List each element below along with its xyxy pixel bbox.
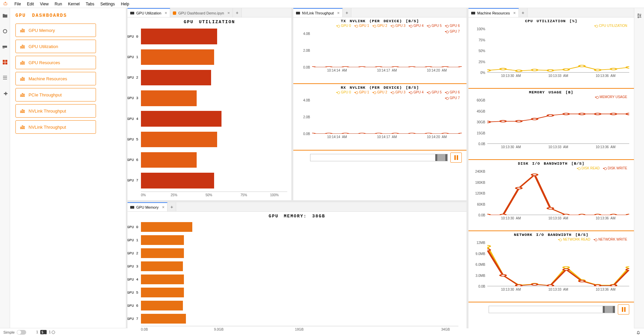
tab-demo-notebook[interactable]: GPU Dashboard Demo.ipyn× [170,8,233,17]
toc-icon[interactable] [2,75,8,81]
tab-nvlink-throughput[interactable]: NVLink Throughput× [293,8,343,17]
scrubber-track[interactable] [489,306,615,313]
extensions-icon[interactable] [2,90,8,96]
close-icon[interactable]: × [228,10,230,15]
y-tick: 3.0MB [468,274,485,278]
dashboard-open-gpu-memory-0[interactable]: GPU Memory [15,24,96,37]
property-inspector-icon[interactable] [636,13,642,19]
legend-item: GPU 1 [354,90,369,94]
menu-run[interactable]: Run [52,2,65,6]
svg-point-51 [326,133,332,134]
new-launcher-button[interactable]: + [233,8,242,17]
running-icon[interactable] [2,28,8,34]
bar-label: GPU 3 [128,264,140,268]
x-tick: 10:14:14 AM [327,135,347,139]
legend-item: GPU 2 [373,90,387,94]
svg-point-44 [376,67,382,67]
x-tick: 50% [205,193,212,198]
bar-label: GPU 0 [128,225,140,229]
svg-rect-4 [4,48,4,49]
close-icon[interactable]: × [337,10,340,15]
x-tick: 100% [270,193,279,198]
bar [141,314,186,324]
tab-gpu-memory[interactable]: GPU Memory× [128,202,167,211]
terminals-count[interactable]: 1 $_ 1 [36,330,55,334]
legend-item: GPU 7 [445,96,460,100]
gpu-dashboards-icon[interactable] [2,59,8,65]
close-icon[interactable]: × [165,10,167,15]
svg-point-75 [563,113,569,115]
close-icon[interactable]: × [513,10,516,15]
y-tick: 25% [468,60,485,64]
tabbar: GPU Memory× + [128,202,466,212]
svg-point-62 [516,70,522,72]
x-tick: 75% [240,193,247,198]
menu-file[interactable]: File [11,2,24,6]
legend-item: GPU 3 [391,24,405,28]
scrubber-track[interactable] [310,154,448,161]
svg-point-1 [3,30,7,33]
chart-title: RX NVLINK (PER DEVICE) [B/S] [293,84,466,90]
legend-item: CPU UTILIZATION [594,24,627,28]
dashboard-open-pcie-throughput-4[interactable]: PCIe Throughput [15,88,96,101]
close-icon[interactable]: × [162,205,165,210]
scrubber-handle[interactable] [605,306,613,313]
new-launcher-button[interactable]: + [343,8,351,17]
menu-settings[interactable]: Settings [97,2,118,6]
folder-icon[interactable] [2,13,8,19]
svg-point-76 [579,113,585,115]
gpu-card-icon[interactable] [2,44,8,50]
new-launcher-button[interactable]: + [167,202,176,211]
x-tick: 10:13:33 AM [548,145,568,149]
tab-gpu-utilization[interactable]: GPU Utilization× [128,8,170,17]
svg-point-116 [579,280,585,282]
bar-label: GPU 2 [128,251,140,255]
bar-row: GPU 0 [141,26,287,47]
dashboard-open-machine-resources-3[interactable]: Machine Resources [15,72,96,85]
svg-point-72 [516,120,522,122]
svg-point-100 [487,245,490,247]
bar [141,29,217,44]
tabbar: GPU Utilization× GPU Dashboard Demo.ipyn… [128,8,291,17]
scrubber-handle[interactable] [437,154,445,161]
chart-title: CPU UTILIZATION [%] [468,17,634,24]
menu-view[interactable]: View [37,2,52,6]
menu-kernel[interactable]: Kernel [65,2,83,6]
svg-point-46 [409,67,415,67]
menu-help[interactable]: Help [118,2,132,6]
dashboard-open-nvlink-throughput-5[interactable]: NVLink Throughput [15,104,96,118]
bell-icon[interactable] [636,330,641,335]
legend-item: GPU 7 [445,30,460,33]
new-launcher-button[interactable]: + [519,8,528,17]
menu-tabs[interactable]: Tabs [83,2,97,6]
dashboard-open-gpu-resources-2[interactable]: GPU Resources [15,56,96,69]
x-ticks: 10:14:14 AM10:14:17 AM10:14:20 AM [312,135,462,139]
svg-point-118 [611,285,616,286]
svg-point-52 [342,133,348,134]
jupyter-logo-icon [3,1,8,7]
bar-row: GPU 3 [141,88,287,109]
chart-title: DISK I/O BANDWIDTH [B/S] [468,160,634,166]
x-tick: 0.0B [141,328,148,333]
dashboard-open-nvlink-throughput-6[interactable]: NVLink Throughput [15,120,96,134]
svg-point-63 [532,69,538,71]
pause-button[interactable] [450,153,462,163]
pause-button[interactable] [618,304,629,314]
simple-mode-toggle[interactable] [17,330,26,335]
y-tick: 9.0MB [468,252,485,256]
svg-rect-3 [3,48,3,49]
svg-point-110 [487,249,490,251]
svg-point-71 [500,120,506,122]
bar [141,261,183,271]
tab-machine-resources[interactable]: Machine Resources× [468,8,519,17]
sidebar-title: GPU DASHBOARDS [13,13,122,18]
bar-row: GPU 2 [141,247,458,260]
bar [141,49,214,65]
svg-rect-26 [22,61,23,64]
gpu-memory-chart: GPU MEMORY: 38GB GPU 0 GPU 1 GPU 2 GPU 3… [128,212,466,335]
menu-edit[interactable]: Edit [24,2,37,6]
bar-row: GPU 4 [141,273,458,286]
svg-point-78 [611,113,616,115]
dashboard-open-gpu-utilization-1[interactable]: GPU Utilization [15,40,96,53]
legend-item: GPU 0 [336,90,351,94]
